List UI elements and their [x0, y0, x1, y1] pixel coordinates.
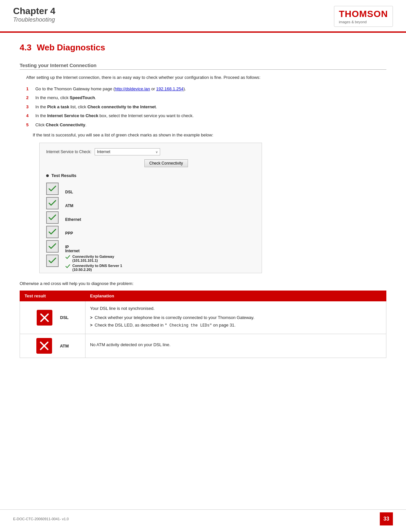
labels-column: DSL ATM Ethernet PPP IP Internet — [65, 183, 122, 268]
result-label-internet: Internet Connectivity to Gateway(101.101… — [65, 254, 122, 268]
footer-page-number: 33 — [380, 512, 393, 525]
table-cell-atm-icon: ATM — [20, 334, 85, 358]
gateway-text: Connectivity to Gateway(101.101.101.1) — [72, 255, 114, 262]
brand-name: THOMSON — [339, 9, 388, 19]
step-2-text: In the menu, click SpeedTouch. — [35, 95, 96, 101]
table-header-row: Test result Explanation — [20, 291, 386, 301]
chapter-info: Chapter 4 Troubleshooting — [13, 6, 55, 23]
screenshot-select[interactable]: Internet ∨ — [95, 148, 160, 155]
dns-text: Connectivity to DNS Server 1(10.50.2.20) — [72, 264, 122, 272]
atm-icon-wrap: ATM — [25, 338, 81, 354]
step-num-1: 1 — [26, 86, 31, 92]
step-4: 4 In the Internet Service to Check box, … — [26, 113, 386, 119]
screenshot-demo: Internet Service to Check: Internet ∨ Ch… — [39, 143, 262, 273]
link-ip[interactable]: 192.168.1.254 — [156, 86, 183, 91]
result-label-atm: ATM — [65, 199, 122, 213]
dsl-explanation-main: Your DSL line is not synchronised. — [90, 305, 381, 312]
steps-list: 1 Go to the Thomson Gateway home page (h… — [26, 86, 386, 128]
table-cell-dsl-icon: DSL — [20, 301, 85, 334]
bullet-dot-icon — [46, 174, 49, 177]
step-1-text: Go to the Thomson Gateway home page (htt… — [35, 86, 186, 92]
step-5-text: Click Check Connectivity. — [35, 122, 86, 128]
intro-paragraph: After setting up the Internet connection… — [26, 74, 386, 81]
main-content: 4.3 Web Diagnostics Testing your Interne… — [0, 33, 406, 378]
check-icon-ip — [46, 240, 59, 253]
otherwise-paragraph: Otherwise a red cross will help you to d… — [20, 281, 386, 286]
link-dsldevice[interactable]: http://dsldevice.lan — [115, 86, 150, 91]
result-label-ppp: PPP — [65, 226, 122, 240]
screenshot-service-label: Internet Service to Check: — [46, 150, 91, 154]
table-row-atm: ATM No ATM activity detected on your DSL… — [20, 334, 386, 358]
check-icon-internet — [46, 255, 59, 267]
step-5: 5 Click Check Connectivity. — [26, 122, 386, 128]
dsl-explanation-list: Check whether your telephone line is cor… — [90, 314, 381, 329]
step-3-text: In the Pick a task list, click Check con… — [35, 104, 157, 110]
small-check-dns-icon — [65, 264, 70, 269]
red-x-dsl-icon — [37, 310, 52, 326]
step-2: 2 In the menu, click SpeedTouch. — [26, 95, 386, 101]
screenshot-button-row: Check Connectivity — [118, 159, 255, 167]
footer-doc-id: E-DOC-CTC-20060911-0041- v1.0 — [13, 517, 69, 521]
table-cell-dsl-explanation: Your DSL line is not synchronised. Check… — [85, 301, 386, 334]
page-header: Chapter 4 Troubleshooting THOMSON images… — [0, 0, 406, 27]
chapter-title: Chapter 4 — [13, 6, 55, 16]
dsl-item-2: Check the DSL LED, as described in " Che… — [90, 322, 381, 328]
page-footer: E-DOC-CTC-20060911-0041- v1.0 33 — [0, 509, 406, 525]
test-results-header: Test Results — [46, 173, 255, 178]
results-table: Test result Explanation DSL — [20, 291, 386, 358]
test-results-section: Test Results — [46, 173, 255, 268]
col-header-explanation: Explanation — [85, 291, 386, 301]
internet-sub-dns: Connectivity to DNS Server 1(10.50.2.20) — [65, 264, 122, 272]
result-label-dsl: DSL — [65, 185, 122, 199]
screenshot-select-value: Internet — [97, 150, 110, 154]
result-label-ethernet: Ethernet — [65, 213, 122, 226]
section-title: Web Diagnostics — [37, 43, 105, 53]
brand-logo: THOMSON images & beyond — [334, 6, 393, 27]
check-connectivity-button[interactable]: Check Connectivity — [144, 159, 188, 167]
check-icon-ethernet — [46, 211, 59, 224]
atm-explanation-main: No ATM activity detected on your DSL lin… — [90, 342, 381, 348]
chevron-down-icon: ∨ — [156, 150, 158, 154]
atm-label: ATM — [60, 344, 69, 348]
subsection-heading: Testing your Internet Connection — [20, 62, 386, 70]
table-row-dsl: DSL Your DSL line is not synchronised. C… — [20, 301, 386, 334]
dsl-label: DSL — [60, 315, 69, 320]
step-num-5: 5 — [26, 122, 31, 128]
section-heading: 4.3 Web Diagnostics — [20, 43, 386, 53]
step-5-explanation: If the test is successful, you will see … — [33, 133, 386, 137]
logo-box: THOMSON images & beyond — [334, 6, 393, 27]
step-num-4: 4 — [26, 113, 31, 119]
step-num-3: 3 — [26, 104, 31, 110]
table-cell-atm-explanation: No ATM activity detected on your DSL lin… — [85, 334, 386, 358]
check-icon-ppp — [46, 226, 59, 238]
dsl-item-1: Check whether your telephone line is cor… — [90, 314, 381, 321]
col-header-test-result: Test result — [20, 291, 85, 301]
section-number: 4.3 — [20, 43, 31, 53]
check-icon-dsl — [46, 183, 59, 195]
brand-tagline: images & beyond — [339, 20, 388, 24]
internet-sub-items: Connectivity to Gateway(101.101.101.1) C… — [65, 255, 122, 272]
step-num-2: 2 — [26, 95, 31, 101]
dsl-icon-wrap: DSL — [25, 310, 81, 326]
check-icon-atm — [46, 197, 59, 209]
step-3: 3 In the Pick a task list, click Check c… — [26, 104, 386, 110]
internet-sub-gateway: Connectivity to Gateway(101.101.101.1) — [65, 255, 122, 262]
small-check-gateway-icon — [65, 255, 70, 260]
step-4-text: In the Internet Service to Check box, se… — [35, 113, 194, 119]
test-results-title: Test Results — [51, 173, 76, 178]
chapter-subtitle: Troubleshooting — [13, 16, 55, 23]
step-1: 1 Go to the Thomson Gateway home page (h… — [26, 86, 386, 92]
screenshot-service-row: Internet Service to Check: Internet ∨ — [46, 148, 255, 155]
results-grid: DSL ATM Ethernet PPP IP Internet — [46, 183, 255, 268]
checkmarks-column — [46, 183, 59, 268]
red-x-atm-icon — [36, 338, 52, 354]
